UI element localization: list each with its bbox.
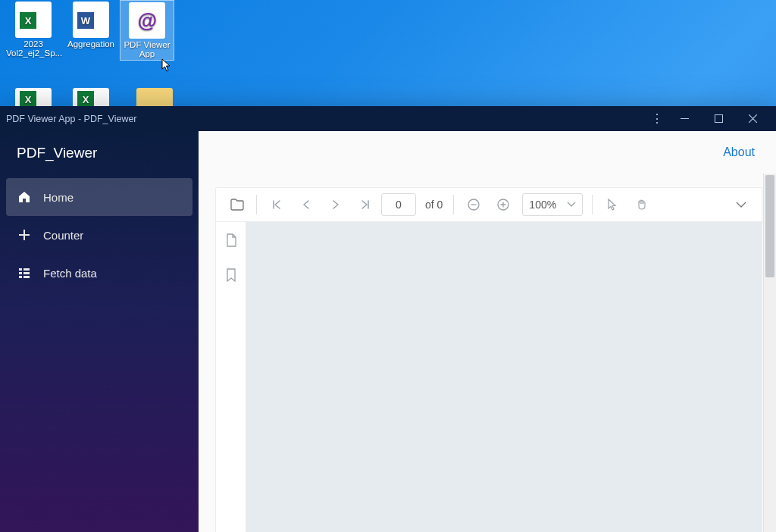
sidebar-item-label: Counter	[43, 229, 83, 242]
plus-icon	[17, 227, 32, 243]
chevron-left-icon	[302, 199, 311, 210]
separator	[453, 195, 454, 214]
sidebar-brand: PDF_Viewer	[0, 131, 199, 178]
pdfapp-icon: @	[129, 2, 165, 39]
chevron-right-icon	[331, 199, 340, 210]
zoom-in-icon	[496, 198, 510, 211]
svg-rect-6	[19, 276, 22, 278]
last-page-button[interactable]	[352, 192, 378, 218]
viewer-body	[216, 222, 762, 532]
thumbnail-strip	[216, 222, 246, 532]
sidebar: PDF_Viewer Home Counter	[0, 131, 199, 532]
pdf-canvas[interactable]	[246, 222, 762, 532]
pdf-toolbar: of 0 100%	[216, 188, 762, 222]
open-file-button[interactable]	[224, 192, 250, 218]
chevron-down-icon	[567, 202, 576, 208]
chevron-down-icon	[735, 201, 747, 208]
app-window: PDF Viewer App - PDF_Viewer ⋮ PDF_Viewer…	[0, 106, 776, 532]
sidebar-item-home[interactable]: Home	[6, 178, 192, 216]
desktop-icon-label: PDF Viewer App	[124, 40, 170, 58]
titlebar-more-button[interactable]: ⋮	[645, 111, 668, 126]
folder-open-icon	[230, 199, 244, 211]
excel-icon: X	[15, 2, 52, 38]
page-number-input[interactable]	[381, 193, 416, 216]
last-page-icon	[360, 199, 371, 210]
separator	[256, 195, 257, 214]
desktop-icon-word[interactable]: W Aggregation	[64, 2, 118, 49]
bookmarks-button[interactable]	[221, 264, 242, 286]
select-tool-button[interactable]	[599, 192, 625, 218]
hand-icon	[636, 199, 648, 211]
topbar: About	[199, 131, 776, 174]
content-area: of 0 100%	[199, 174, 776, 532]
sidebar-nav: Home Counter Fetch data	[0, 178, 199, 292]
pan-tool-button[interactable]	[628, 192, 655, 218]
home-icon	[17, 189, 32, 205]
close-button[interactable]	[736, 106, 770, 131]
close-icon	[749, 114, 757, 123]
word-icon: W	[73, 2, 109, 38]
page-total-label: of 0	[425, 199, 443, 211]
first-page-button[interactable]	[263, 192, 289, 218]
scrollbar-thumb[interactable]	[765, 175, 774, 277]
vertical-scrollbar[interactable]	[763, 174, 776, 532]
svg-rect-5	[23, 272, 30, 274]
thumbnails-button[interactable]	[221, 230, 242, 251]
desktop-icon-pdfapp[interactable]: @ PDF Viewer App	[120, 0, 174, 61]
minimize-button[interactable]	[668, 106, 702, 131]
titlebar[interactable]: PDF Viewer App - PDF_Viewer ⋮	[0, 106, 776, 131]
zoom-out-icon	[467, 198, 480, 211]
sidebar-item-counter[interactable]: Counter	[6, 216, 192, 254]
zoom-out-button[interactable]	[460, 192, 487, 218]
desktop-icon-label: 2023 Vol2_ej2_Sp...	[6, 39, 62, 58]
maximize-icon	[715, 114, 723, 123]
svg-rect-1	[715, 115, 723, 123]
separator	[592, 195, 593, 214]
sidebar-item-label: Fetch data	[43, 267, 97, 280]
sidebar-item-label: Home	[43, 191, 74, 204]
about-link[interactable]: About	[723, 146, 755, 159]
svg-rect-3	[23, 268, 30, 271]
sidebar-item-fetchdata[interactable]: Fetch data	[6, 254, 192, 292]
mouse-cursor-icon	[161, 58, 172, 72]
zoom-select[interactable]: 100%	[522, 193, 583, 216]
cursor-icon	[607, 199, 618, 211]
prev-page-button[interactable]	[293, 192, 319, 218]
svg-rect-0	[681, 118, 689, 119]
svg-rect-7	[23, 276, 30, 278]
first-page-icon	[271, 199, 282, 210]
desktop: X 2023 Vol2_ej2_Sp... W Aggregation @ PD…	[0, 0, 776, 106]
zoom-in-button[interactable]	[490, 192, 516, 218]
page-icon	[225, 233, 237, 247]
maximize-button[interactable]	[702, 106, 736, 131]
list-icon	[17, 265, 32, 280]
minimize-icon	[681, 118, 689, 119]
desktop-icon-label: Aggregation	[67, 39, 114, 49]
svg-rect-4	[19, 272, 22, 274]
toolbar-more-button[interactable]	[728, 192, 754, 218]
bookmark-icon	[226, 268, 236, 282]
pdf-viewer: of 0 100%	[215, 187, 762, 532]
window-title: PDF Viewer App - PDF_Viewer	[6, 114, 645, 124]
next-page-button[interactable]	[322, 192, 349, 218]
svg-rect-2	[19, 268, 22, 271]
main-panel: About	[199, 131, 776, 532]
desktop-icon-excel[interactable]: X 2023 Vol2_ej2_Sp...	[6, 2, 61, 58]
zoom-value: 100%	[529, 199, 556, 211]
